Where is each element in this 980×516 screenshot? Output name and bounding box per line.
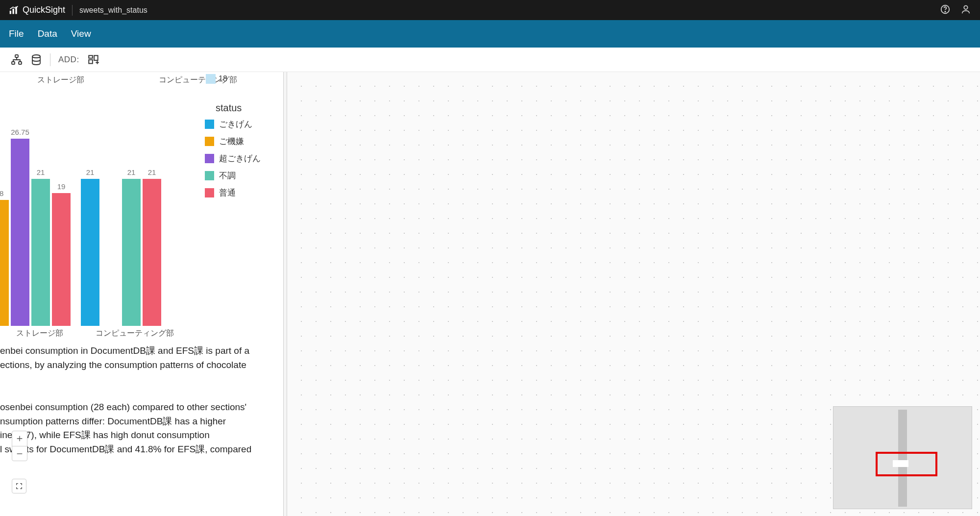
- legend-item[interactable]: 超ごきげん: [205, 153, 278, 164]
- bar[interactable]: 19: [52, 193, 71, 326]
- legend-swatch: [205, 154, 214, 163]
- bar[interactable]: 18: [0, 200, 9, 326]
- svg-point-4: [945, 11, 945, 11]
- chart-plot-area: 1826.752119212121: [0, 96, 191, 326]
- narrative-line: nsumption patterns differ: DocumentDB課 h…: [0, 415, 279, 429]
- legend-item[interactable]: ごきげん: [205, 119, 278, 130]
- svg-point-9: [32, 55, 40, 58]
- mini-tile-swatch: [206, 74, 216, 84]
- bar-value-label: 19: [57, 182, 66, 191]
- legend-label: 不調: [219, 170, 236, 181]
- narrative-line: osenbei consumption (28 each) compared t…: [0, 400, 279, 415]
- main: ストレージ部 コンピューティング部 18 1826.752119212121 ス…: [0, 72, 980, 516]
- x-label-1: コンピューティング部: [96, 328, 174, 339]
- mini-tile-value: 18: [219, 74, 227, 83]
- legend-label: ごきげん: [219, 119, 252, 130]
- add-label: ADD:: [58, 55, 79, 65]
- legend-label: 普通: [219, 187, 236, 198]
- svg-rect-12: [94, 55, 98, 60]
- menu-view[interactable]: View: [71, 28, 91, 39]
- narrative-line: enbei consumption in DocumentDB課 and EFS…: [0, 344, 279, 358]
- minimap[interactable]: [833, 406, 972, 509]
- user-icon[interactable]: [960, 4, 971, 17]
- fullscreen-button[interactable]: [12, 479, 26, 493]
- minimap-content-tile: [893, 460, 908, 467]
- mini-tile: 18: [206, 74, 227, 84]
- add-visual-icon[interactable]: [87, 53, 100, 66]
- svg-rect-10: [89, 55, 93, 58]
- top-label-left: ストレージ部: [37, 75, 84, 85]
- legend-title: status: [216, 102, 278, 114]
- narrative-block-2: osenbei consumption (28 each) compared t…: [0, 400, 279, 456]
- bar[interactable]: 21: [31, 179, 50, 326]
- zoom-out-button[interactable]: [12, 446, 27, 461]
- quicksight-icon: [9, 5, 19, 15]
- narrative-line: l sweets for DocumentDB課 and 41.8% for E…: [0, 442, 279, 457]
- legend-item[interactable]: 不調: [205, 170, 278, 181]
- bar[interactable]: 21: [81, 179, 99, 326]
- menu-file[interactable]: File: [9, 28, 24, 39]
- left-pane: ストレージ部 コンピューティング部 18 1826.752119212121 ス…: [0, 72, 283, 516]
- legend-item[interactable]: ご機嫌: [205, 136, 278, 147]
- svg-point-5: [964, 5, 967, 9]
- schema-icon[interactable]: [11, 54, 23, 66]
- svg-rect-1: [13, 8, 14, 14]
- bar-group: 212121: [81, 179, 161, 326]
- legend-swatch: [205, 188, 214, 197]
- chart-x-axis: ストレージ部 コンピューティング部: [0, 328, 190, 339]
- narrative-block-1: enbei consumption in DocumentDB課 and EFS…: [0, 344, 279, 372]
- chart[interactable]: 1826.752119212121 ストレージ部 コンピューティング部 stat…: [0, 96, 206, 439]
- narrative-line: ine (6.7), while EFS課 has high donut con…: [0, 428, 279, 442]
- legend-swatch: [205, 137, 214, 146]
- bar-value-label: 21: [37, 168, 45, 176]
- database-icon[interactable]: [30, 54, 42, 66]
- svg-rect-0: [10, 10, 11, 14]
- bar-value-label: 21: [127, 168, 136, 176]
- svg-rect-11: [89, 60, 93, 64]
- x-label-0: ストレージ部: [16, 328, 63, 339]
- chart-legend: status ごきげんご機嫌超ごきげん不調普通: [205, 102, 278, 204]
- bar[interactable]: 21: [143, 179, 161, 326]
- menubar: File Data View: [0, 20, 980, 48]
- zoom-in-button[interactable]: [12, 431, 27, 446]
- bar-value-label: 21: [86, 168, 95, 176]
- canvas[interactable]: [287, 72, 980, 516]
- narrative-line: ections, by analyzing the consumption pa…: [0, 358, 279, 372]
- bar-group: 1826.752119: [0, 139, 71, 326]
- legend-swatch: [205, 120, 214, 129]
- bar[interactable]: 26.75: [11, 139, 29, 326]
- bar-value-label: 21: [148, 168, 156, 176]
- pane-splitter[interactable]: [283, 72, 287, 516]
- bar-value-label: 26.75: [11, 128, 29, 136]
- topbar-right: [940, 4, 971, 17]
- topbar: QuickSight sweets_with_status: [0, 0, 980, 20]
- top-category-labels: ストレージ部 コンピューティング部: [0, 75, 274, 85]
- project-name[interactable]: sweets_with_status: [79, 6, 147, 15]
- zoom-controls: [12, 431, 27, 461]
- toolbar: ADD:: [0, 48, 980, 72]
- divider: [72, 5, 73, 16]
- help-icon[interactable]: [940, 4, 951, 17]
- bar[interactable]: 21: [122, 179, 141, 326]
- legend-item[interactable]: 普通: [205, 187, 278, 198]
- quicksight-logo[interactable]: QuickSight: [9, 5, 65, 15]
- chart-bars: 1826.752119212121: [0, 96, 191, 326]
- legend-label: 超ごきげん: [219, 153, 261, 164]
- bar-value-label: 18: [0, 189, 3, 197]
- legend-label: ご機嫌: [219, 136, 244, 147]
- legend-swatch: [205, 171, 214, 180]
- svg-rect-7: [12, 62, 15, 64]
- svg-rect-8: [19, 62, 22, 64]
- toolbar-divider: [50, 53, 50, 66]
- topbar-left: QuickSight sweets_with_status: [9, 5, 147, 16]
- menu-data[interactable]: Data: [38, 28, 57, 39]
- svg-rect-6: [15, 55, 18, 57]
- app-name: QuickSight: [23, 5, 65, 15]
